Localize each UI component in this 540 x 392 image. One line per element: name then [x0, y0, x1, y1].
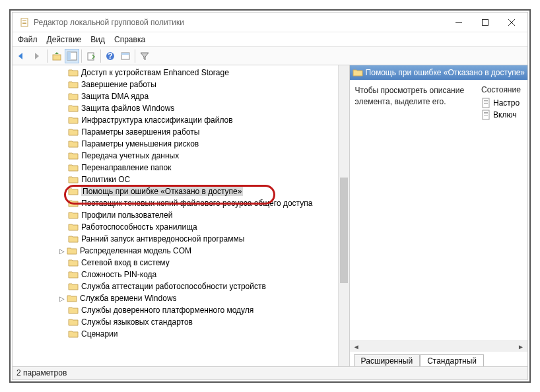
tree-item-label: Служба времени Windows	[80, 294, 177, 303]
tree-item[interactable]: Сложность PIN-кода	[13, 269, 349, 280]
maximize-button[interactable]	[472, 13, 498, 32]
tree-item-label: Распределенная модель COM	[80, 246, 191, 255]
folder-icon	[68, 329, 79, 339]
tree-scrollbar[interactable]	[338, 65, 349, 366]
folder-icon	[68, 234, 79, 244]
svg-rect-19	[484, 103, 488, 104]
filter-button[interactable]	[137, 49, 152, 63]
tree-item[interactable]: ▷Распределенная модель COM	[13, 245, 349, 257]
folder-icon	[68, 127, 79, 137]
minimize-button[interactable]	[446, 13, 472, 32]
menubar: Файл Действие Вид Справка	[13, 32, 527, 47]
details-pane: Помощь при ошибке «Отказано в доступе» Ч…	[350, 65, 527, 366]
svg-rect-8	[53, 55, 61, 60]
chevron-right-icon[interactable]: ▷	[57, 294, 67, 303]
export-button[interactable]	[84, 49, 98, 63]
svg-rect-10	[67, 52, 71, 60]
tree-item-label: Сценарии	[81, 329, 118, 339]
tree-item[interactable]: Ранний запуск антивредоносной программы	[13, 233, 349, 245]
tree-item[interactable]: Политики ОС	[13, 174, 349, 185]
svg-rect-15	[121, 53, 129, 55]
details-header: Помощь при ошибке «Отказано в доступе»	[350, 65, 527, 80]
app-window: Редактор локальной групповой политики Фа…	[12, 12, 528, 380]
tree-item[interactable]: Служба аттестации работоспособности устр…	[13, 280, 349, 292]
folder-icon	[68, 175, 79, 184]
folder-icon	[68, 163, 79, 172]
tree-item-label: Политики ОС	[81, 175, 130, 184]
titlebar[interactable]: Редактор локальной групповой политики	[13, 13, 527, 32]
description-text: Чтобы просмотреть описание элемента, выд…	[355, 85, 481, 341]
tree-item[interactable]: Поставщик теневых копий файлового ресурс…	[13, 197, 349, 209]
tree-item[interactable]: Помощь при ошибке «Отказано в доступе»	[13, 185, 349, 197]
toolbar: ?	[13, 47, 527, 65]
tree-item[interactable]: Службы доверенного платформенного модуля	[13, 304, 349, 316]
svg-rect-22	[484, 114, 488, 114]
tree-item-label: Доступ к устройствам Enhanced Storage	[81, 68, 229, 77]
tree-item-label: Сетевой вход в систему	[81, 258, 170, 267]
setting-item[interactable]: Настро	[481, 97, 525, 109]
scroll-left-icon[interactable]: ◄	[351, 342, 362, 351]
show-tree-button[interactable]	[65, 49, 79, 63]
tree-item-label: Передача учетных данных	[81, 151, 179, 160]
tree-item[interactable]: Инфраструктура классификации файлов	[13, 114, 349, 126]
tree-item-label: Параметры уменьшения рисков	[81, 139, 199, 148]
tree-item[interactable]: Передача учетных данных	[13, 150, 349, 162]
close-button[interactable]	[498, 13, 525, 32]
setting-item[interactable]: Включ	[481, 109, 525, 121]
tree-item-label: Ранний запуск антивредоносной программы	[81, 234, 244, 244]
tree-item[interactable]: Параметры уменьшения рисков	[13, 138, 349, 150]
back-button[interactable]	[15, 49, 30, 63]
folder-icon	[68, 258, 79, 267]
tab-extended[interactable]: Расширенный	[354, 354, 421, 366]
folder-icon	[68, 317, 79, 327]
scroll-right-icon[interactable]: ►	[516, 342, 526, 351]
tree-item[interactable]: Службы языковых стандартов	[13, 316, 349, 328]
svg-rect-2	[22, 22, 26, 22]
folder-icon	[68, 211, 79, 220]
tree-item[interactable]: ▷Служба времени Windows	[13, 292, 349, 304]
tree-item[interactable]: Сетевой вход в систему	[13, 257, 349, 269]
svg-rect-1	[22, 20, 26, 21]
properties-button[interactable]	[118, 49, 133, 63]
tree-item[interactable]: Сценарии	[13, 328, 349, 340]
svg-text:?: ?	[108, 51, 112, 61]
menu-file[interactable]: Файл	[18, 35, 38, 44]
horizontal-scrollbar[interactable]: ◄ ►	[350, 341, 527, 352]
svg-rect-17	[484, 100, 488, 101]
folder-icon	[67, 246, 77, 255]
tree-pane: Доступ к устройствам Enhanced StorageЗав…	[13, 65, 350, 366]
svg-rect-5	[483, 19, 489, 25]
tree-item[interactable]: Работоспособность хранилища	[13, 221, 349, 233]
folder-icon	[68, 92, 79, 101]
svg-rect-4	[456, 22, 462, 23]
folder-icon	[68, 151, 79, 160]
tree-item-label: Работоспособность хранилища	[81, 222, 197, 232]
tree-item[interactable]: Параметры завершения работы	[13, 126, 349, 138]
folder-icon	[68, 306, 79, 315]
folder-icon	[67, 294, 77, 303]
column-header-state[interactable]: Состояние	[481, 85, 525, 94]
tree-item[interactable]: Защита DMA ядра	[13, 90, 349, 102]
tree-item[interactable]: Доступ к устройствам Enhanced Storage	[13, 67, 349, 79]
menu-action[interactable]: Действие	[47, 35, 82, 44]
tree-item[interactable]: Завершение работы	[13, 79, 349, 90]
tree-item-label: Защита файлов Windows	[81, 104, 174, 113]
setting-label: Включ	[493, 110, 516, 119]
forward-button[interactable]	[30, 49, 45, 63]
menu-view[interactable]: Вид	[90, 35, 105, 44]
tree-item[interactable]: Профили пользователей	[13, 209, 349, 221]
tree-item[interactable]: Перенаправление папок	[13, 162, 349, 174]
menu-help[interactable]: Справка	[114, 35, 145, 44]
window-title: Редактор локальной групповой политики	[34, 18, 446, 27]
tab-standard[interactable]: Стандартный	[420, 354, 484, 366]
tree-item-label: Защита DMA ядра	[81, 92, 149, 101]
document-icon	[481, 98, 490, 108]
tree-item[interactable]: Защита файлов Windows	[13, 102, 349, 114]
folder-icon	[68, 187, 79, 196]
tree-item-label: Поставщик теневых копий файлового ресурс…	[81, 199, 312, 208]
chevron-right-icon[interactable]: ▷	[57, 246, 67, 255]
tree-item-label: Завершение работы	[81, 80, 156, 89]
help-button[interactable]: ?	[103, 49, 118, 63]
folder-icon	[68, 222, 79, 232]
up-button[interactable]	[50, 49, 64, 63]
